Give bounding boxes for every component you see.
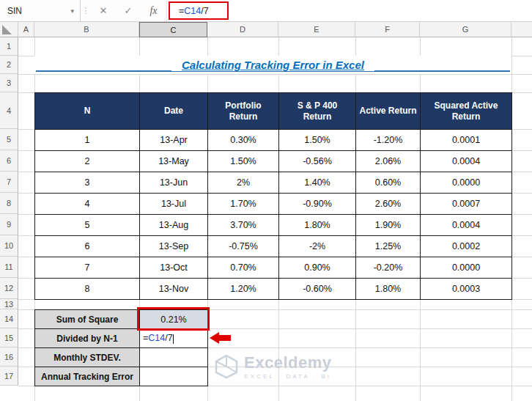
table-row: 113-Apr0.30%1.50%-1.20%0.0001 [35, 130, 512, 151]
table-header-cell[interactable]: S & P 400 Return [279, 93, 356, 130]
table-row: Sum of Square 0.21% [35, 310, 208, 329]
cell[interactable]: 2% [208, 172, 279, 194]
cell[interactable]: 7 [35, 257, 140, 279]
row-header[interactable]: 5 [0, 129, 18, 150]
cell[interactable]: 0.0000 [421, 257, 512, 279]
column-header-c[interactable]: C [139, 22, 207, 37]
row-header[interactable]: 7 [0, 172, 18, 193]
row-header[interactable]: 10 [0, 235, 18, 257]
cell[interactable]: 13-Jun [140, 172, 208, 194]
cell[interactable]: 6 [35, 236, 140, 257]
row-header[interactable]: 12 [0, 278, 18, 299]
column-header-a[interactable]: A [18, 22, 34, 37]
sum-of-square-value-cell[interactable]: 0.21% [140, 310, 208, 329]
cell[interactable]: 13-Aug [140, 215, 208, 236]
cell[interactable]: 2.06% [356, 151, 421, 172]
cell[interactable]: -0.20% [356, 257, 421, 279]
annual-tracking-error-value-cell[interactable] [140, 367, 208, 386]
cell[interactable]: 13-Apr [140, 130, 208, 151]
formula-input[interactable]: = C14 /7 [167, 0, 532, 21]
row-header[interactable]: 3 [0, 74, 18, 92]
row-header[interactable]: 17 [0, 367, 18, 386]
column-header-d[interactable]: D [207, 22, 278, 37]
cell[interactable]: 1.80% [356, 279, 421, 300]
cell[interactable]: 13-May [140, 151, 208, 172]
row-header[interactable]: 16 [0, 347, 18, 367]
cell[interactable]: 0.60% [356, 172, 421, 194]
sum-of-square-label[interactable]: Sum of Square [35, 310, 140, 329]
cell[interactable]: 8 [35, 279, 140, 300]
cell[interactable]: -2% [279, 236, 356, 257]
worksheet: A B C D E F G 1234567891011121314151617 … [0, 22, 532, 401]
enter-button[interactable]: ✓ [116, 0, 141, 21]
row-header[interactable]: 6 [0, 150, 18, 172]
row-header[interactable]: 8 [0, 193, 18, 214]
cell[interactable]: 4 [35, 194, 140, 215]
column-header-b[interactable]: B [34, 22, 139, 37]
table-header-cell[interactable]: N [35, 93, 140, 130]
table-header-cell[interactable]: Portfolio Return [208, 93, 279, 130]
table-header-cell[interactable]: Squared Active Return [421, 93, 512, 130]
cell[interactable]: 1.70% [208, 194, 279, 215]
chevron-down-icon[interactable]: ▾ [70, 7, 74, 15]
cell[interactable]: 13-Nov [140, 279, 208, 300]
cell[interactable]: -0.60% [279, 279, 356, 300]
select-all-corner[interactable] [0, 22, 18, 37]
cell[interactable]: 5 [35, 215, 140, 236]
monthly-stdev-value-cell[interactable] [140, 348, 208, 367]
cell[interactable]: 13-Sep [140, 236, 208, 257]
table-body: 113-Apr0.30%1.50%-1.20%0.0001213-May1.50… [35, 130, 512, 300]
table-row: 213-May1.50%-0.56%2.06%0.0004 [35, 151, 512, 172]
row-header[interactable]: 9 [0, 214, 18, 235]
cell[interactable]: 0.70% [208, 257, 279, 279]
monthly-stdev-label[interactable]: Monthly STDEV. [35, 348, 140, 367]
cell[interactable]: 1.25% [356, 236, 421, 257]
cell[interactable]: -0.90% [279, 194, 356, 215]
title-cell[interactable]: Calculating Tracking Error in Excel [34, 56, 511, 74]
table-header-cell[interactable]: Active Return [356, 93, 421, 130]
cell[interactable]: 1 [35, 130, 140, 151]
cell[interactable]: 0.0000 [421, 172, 512, 194]
row-header[interactable]: 4 [0, 92, 18, 129]
cell[interactable]: -0.56% [279, 151, 356, 172]
cell[interactable]: 1.40% [279, 172, 356, 194]
row-header[interactable]: 14 [0, 309, 18, 328]
cell[interactable]: 13-Jul [140, 194, 208, 215]
cell[interactable]: 0.0002 [421, 236, 512, 257]
cancel-button[interactable]: ✕ [91, 0, 116, 21]
row-header[interactable]: 11 [0, 257, 18, 278]
cell[interactable]: 0.0003 [421, 279, 512, 300]
annual-tracking-error-label[interactable]: Annual Tracking Error [35, 367, 140, 386]
column-header-e[interactable]: E [278, 22, 355, 37]
row-header[interactable]: 15 [0, 328, 18, 347]
row-header[interactable]: 1 [0, 37, 18, 56]
column-header-f[interactable]: F [355, 22, 420, 37]
cell[interactable]: 0.90% [279, 257, 356, 279]
cell[interactable]: 1.20% [208, 279, 279, 300]
cell[interactable]: 0.0004 [421, 215, 512, 236]
row-header[interactable]: 2 [0, 56, 18, 74]
cell[interactable]: 0.30% [208, 130, 279, 151]
name-box[interactable]: SIN ▾ [0, 0, 81, 21]
cell[interactable]: 2.60% [356, 194, 421, 215]
cell[interactable]: -1.20% [356, 130, 421, 151]
cell[interactable]: -0.75% [208, 236, 279, 257]
cell[interactable]: 1.90% [356, 215, 421, 236]
cell[interactable]: 1.50% [208, 151, 279, 172]
exceldemy-logo-icon [214, 354, 239, 379]
cell[interactable]: 1.50% [279, 130, 356, 151]
cell[interactable]: 3.70% [208, 215, 279, 236]
cell[interactable]: 0.0007 [421, 194, 512, 215]
divided-by-n1-label[interactable]: Divided by N-1 [35, 329, 140, 348]
cell[interactable]: 0.0004 [421, 151, 512, 172]
active-edit-cell[interactable]: =C14/7 [140, 329, 208, 348]
cell[interactable]: 1.80% [279, 215, 356, 236]
table-header-cell[interactable]: Date [140, 93, 208, 130]
cell[interactable]: 0.0001 [421, 130, 512, 151]
insert-function-button[interactable]: fx [141, 0, 167, 21]
cell[interactable]: 13-Oct [140, 257, 208, 279]
column-header-g[interactable]: G [420, 22, 511, 37]
cell[interactable]: 2 [35, 151, 140, 172]
row-header[interactable]: 13 [0, 299, 18, 309]
cell[interactable]: 3 [35, 172, 140, 194]
